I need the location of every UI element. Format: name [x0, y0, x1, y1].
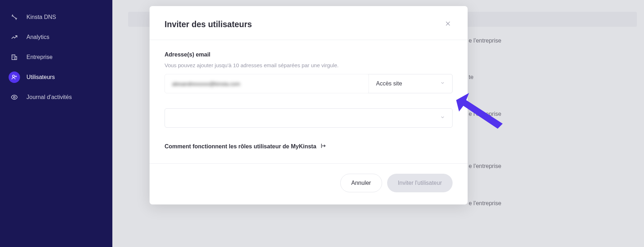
site-select[interactable] [165, 108, 453, 128]
sidebar-item-label: Analytics [26, 34, 49, 40]
sidebar-item-dns[interactable]: Kinsta DNS [0, 7, 112, 27]
help-link-text: Comment fonctionnent les rôles utilisate… [165, 143, 316, 150]
building-icon [9, 51, 20, 63]
invite-user-button[interactable]: Inviter l'utilisateur [387, 174, 453, 192]
svg-point-4 [13, 75, 15, 77]
sidebar-item-label: Kinsta DNS [26, 14, 56, 20]
email-help-text: Vous pouvez ajouter jusqu'à 10 adresses … [165, 62, 453, 68]
access-level-select[interactable]: Accès site [369, 74, 452, 93]
sidebar-item-label: Utilisateurs [26, 74, 55, 80]
sidebar-item-users[interactable]: Utilisateurs [0, 67, 112, 87]
external-link-icon [320, 143, 326, 150]
sidebar-item-label: Journal d'activités [26, 94, 72, 100]
svg-point-7 [14, 97, 15, 98]
modal-header: Inviter des utilisateurs [150, 6, 468, 40]
sidebar-item-activity-log[interactable]: Journal d'activités [0, 87, 112, 107]
analytics-icon [9, 31, 20, 43]
svg-rect-1 [15, 56, 17, 59]
access-select-value: Accès site [376, 80, 402, 87]
close-button[interactable] [443, 19, 453, 30]
email-field[interactable] [165, 74, 369, 93]
modal-title: Inviter des utilisateurs [165, 20, 252, 29]
eye-icon [9, 92, 20, 103]
modal-body: Adresse(s) email Vous pouvez ajouter jus… [150, 40, 468, 163]
sidebar-item-company[interactable]: Entreprise [0, 47, 112, 67]
invite-users-modal: Inviter des utilisateurs Adresse(s) emai… [150, 6, 468, 204]
sidebar: Kinsta DNS Analytics Entreprise Utilisat… [0, 0, 112, 247]
chevron-down-icon [440, 115, 445, 121]
close-icon [445, 20, 451, 27]
user-plus-icon [9, 71, 20, 83]
roles-help-link[interactable]: Comment fonctionnent les rôles utilisate… [165, 143, 453, 150]
chevron-down-icon [440, 80, 445, 87]
email-label: Adresse(s) email [165, 51, 453, 58]
sidebar-item-label: Entreprise [26, 54, 53, 60]
cancel-button[interactable]: Annuler [340, 174, 382, 192]
email-input-row: Accès site [165, 74, 453, 93]
sidebar-item-analytics[interactable]: Analytics [0, 27, 112, 47]
dns-icon [9, 11, 20, 23]
modal-footer: Annuler Inviter l'utilisateur [150, 163, 468, 204]
